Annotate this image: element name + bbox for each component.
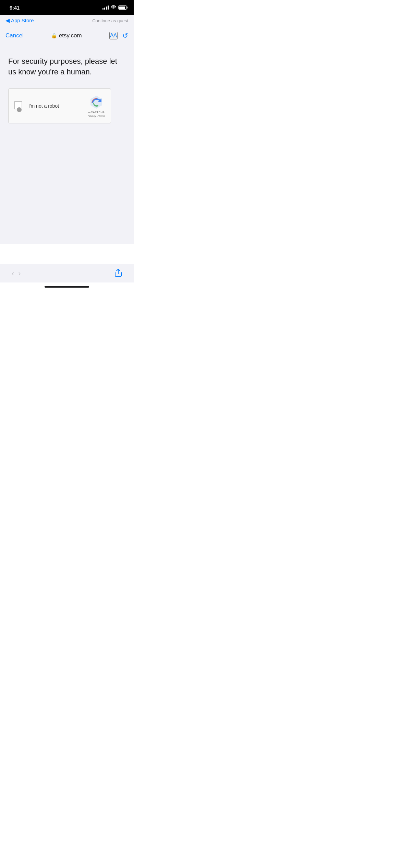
refresh-button[interactable]: ↻ — [122, 32, 128, 40]
cancel-button[interactable]: Cancel — [5, 32, 24, 39]
recaptcha-left: I'm not a robot — [14, 101, 59, 111]
browser-bar: Cancel 🔒 etsy.com AA ↻ — [0, 26, 134, 45]
battery-icon — [118, 5, 127, 10]
terms-link[interactable]: Terms — [98, 114, 105, 118]
recaptcha-checkbox[interactable] — [14, 101, 24, 111]
page-content: For security purposes, please let us kno… — [0, 45, 134, 244]
text-size-button[interactable]: AA — [109, 32, 118, 39]
status-icons — [102, 5, 127, 10]
url-display: etsy.com — [59, 32, 82, 39]
browser-right-icons: AA ↻ — [109, 32, 128, 40]
recaptcha-links: Privacy - Terms — [87, 114, 105, 118]
recaptcha-logo-icon — [88, 94, 104, 110]
url-container: 🔒 etsy.com — [51, 32, 82, 39]
recaptcha-widget[interactable]: I'm not a robot reCAPTCHA Privacy - Term… — [8, 88, 111, 123]
continue-guest-text: Continue as guest — [92, 18, 128, 23]
recaptcha-brand-label: reCAPTCHA — [88, 111, 105, 114]
status-bar: 9:41 — [0, 0, 134, 15]
checkbox-dot — [17, 107, 22, 112]
not-robot-label: I'm not a robot — [28, 103, 59, 109]
app-store-bar: ◀ App Store Continue as guest — [0, 15, 134, 26]
wifi-icon — [111, 5, 116, 10]
forward-browser-button[interactable]: › — [16, 267, 23, 280]
status-time: 9:41 — [10, 5, 20, 11]
back-browser-button[interactable]: ‹ — [10, 267, 16, 280]
share-button[interactable] — [112, 266, 124, 281]
recaptcha-right: reCAPTCHA Privacy - Terms — [87, 94, 105, 118]
privacy-link[interactable]: Privacy — [87, 114, 96, 118]
signal-icon — [102, 5, 109, 10]
browser-toolbar: ‹ › — [0, 264, 134, 282]
lock-icon: 🔒 — [51, 33, 57, 38]
back-label[interactable]: App Store — [11, 17, 34, 23]
security-text: For security purposes, please let us kno… — [8, 56, 125, 77]
share-icon — [114, 268, 122, 277]
home-indicator — [45, 286, 89, 288]
back-arrow-icon: ◀ — [5, 17, 10, 24]
